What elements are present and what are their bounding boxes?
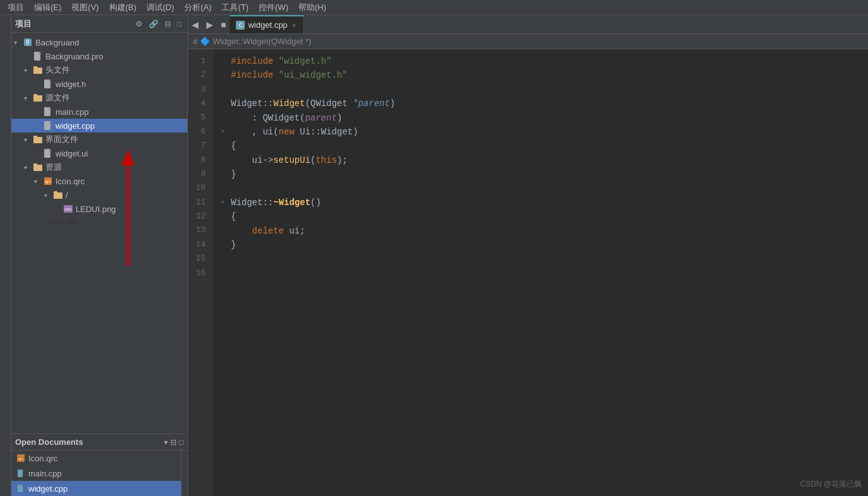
line-number-16: 16	[188, 266, 209, 280]
tree-arrow-slash-folder: ▾	[44, 192, 53, 199]
token-4-3: (	[305, 97, 310, 110]
svg-marker-3	[39, 52, 42, 54]
svg-rect-22	[54, 192, 62, 199]
token-1-0: #include	[231, 54, 273, 68]
file-tree: ▾BBackgruandBackgruand.pro▾头文件widget.h▾源…	[11, 33, 187, 434]
project-panel-title: 项目	[15, 18, 32, 30]
token-11-1: ::	[262, 196, 273, 210]
tree-item-ui-files[interactable]: ▾界面文件	[11, 133, 187, 146]
tree-label-widget-h: widget.h	[56, 80, 86, 89]
menu-view[interactable]: 视图(V)	[66, 0, 103, 15]
tab-nav-stop[interactable]: ■	[217, 15, 230, 33]
svg-marker-13	[49, 121, 52, 124]
code-content[interactable]: #include "widget.h"#include "ui_widget.h…	[213, 49, 868, 496]
open-doc-item-main-cpp-doc[interactable]: main.cpp	[11, 466, 181, 481]
open-docs-split-icon[interactable]: ⊟	[170, 438, 177, 447]
tab-close-btn[interactable]: ×	[291, 21, 297, 30]
token-13-1: delete	[252, 224, 284, 238]
open-docs-scrollbar[interactable]	[181, 451, 187, 496]
token-9-0: }	[231, 167, 236, 181]
code-line-7: {	[221, 139, 860, 153]
line-number-6: 6	[188, 125, 209, 139]
editor-tab-widget-cpp[interactable]: C widget.cpp ×	[230, 15, 304, 33]
token-6-3: Widget	[321, 125, 353, 139]
menu-controls[interactable]: 控件(W)	[254, 0, 293, 15]
filter-icon[interactable]: ⚙	[134, 19, 144, 29]
tree-icon-ledui-png: IMG	[63, 204, 73, 214]
open-docs-list: qrcIcon.qrcmain.cppwidget.cpp	[11, 451, 181, 496]
token-8-3: this	[315, 153, 337, 167]
token-6-4: )	[353, 125, 358, 139]
open-documents-panel: Open Documents ▾ ⊟ □ qrcIcon.qrcmain.cpp…	[11, 434, 187, 496]
tree-icon-backgruand-pro	[33, 51, 43, 61]
menu-edit[interactable]: 编辑(E)	[29, 0, 66, 15]
menu-analyze[interactable]: 分析(A)	[179, 0, 216, 15]
tab-nav-fwd[interactable]: ▶	[202, 15, 217, 33]
tree-item-widget-cpp[interactable]: widget.cpp	[11, 119, 187, 133]
open-doc-item-widget-cpp-doc[interactable]: widget.cpp	[11, 481, 181, 496]
line-number-8: 8	[188, 153, 209, 167]
tree-item-backgruand-root[interactable]: ▾BBackgruand	[11, 35, 187, 49]
token-14-0: }	[231, 238, 236, 252]
tree-icon-main-cpp	[43, 107, 53, 117]
tree-item-backgruand-pro[interactable]: Backgruand.pro	[11, 49, 187, 63]
link-icon[interactable]: 🔗	[147, 19, 160, 29]
svg-rect-30	[18, 469, 23, 477]
open-docs-header-actions: ▾ ⊟ □	[164, 438, 184, 447]
code-line-3	[221, 83, 860, 97]
fold-arrow-6[interactable]: ▾	[221, 127, 231, 137]
svg-text:IMG: IMG	[64, 208, 72, 211]
tree-item-source-files[interactable]: ▾源文件	[11, 91, 187, 105]
breadcrumb-text: Widget::Widget(QWidget *)	[213, 37, 311, 46]
menu-help[interactable]: 帮助(H)	[293, 0, 331, 15]
tree-item-main-cpp[interactable]: main.cpp	[11, 105, 187, 119]
maximize-icon[interactable]: □	[175, 19, 184, 29]
line-number-7: 7	[188, 139, 209, 153]
line-number-4: 4	[188, 97, 209, 110]
open-docs-menu-icon[interactable]: ▾	[164, 438, 168, 447]
token-8-0: ui->	[231, 153, 273, 167]
tree-item-ledui-png[interactable]: IMGLEDUI.png	[11, 202, 187, 216]
editor-area: ◀ ▶ ■ C widget.cpp × # 🔷 Widget::Widget(…	[188, 15, 868, 496]
code-line-10	[221, 182, 860, 196]
project-panel-header: 项目 ⚙ 🔗 ⊟ □	[11, 15, 187, 33]
token-5-2: )	[337, 111, 342, 125]
tree-icon-widget-cpp	[43, 121, 53, 131]
tree-item-widget-h[interactable]: widget.h	[11, 77, 187, 91]
tree-arrow-backgruand-root: ▾	[14, 39, 23, 46]
tree-label-header-files: 头文件	[45, 64, 70, 76]
doc-icon-icon-qrc-doc: qrc	[16, 454, 25, 463]
split-horizontal-icon[interactable]: ⊟	[163, 19, 173, 29]
line-number-15: 15	[188, 252, 209, 266]
tree-item-slash-folder[interactable]: ▾/	[11, 188, 187, 202]
tree-item-icon-qrc[interactable]: ▾qrcIcon.qrc	[11, 174, 187, 188]
tree-label-ledui-png: LEDUI.png	[76, 204, 116, 214]
open-docs-maximize-icon[interactable]: □	[179, 438, 184, 447]
tree-arrow-resources: ▾	[24, 164, 33, 171]
tree-label-ui-files: 界面文件	[45, 134, 78, 145]
svg-rect-15	[33, 136, 37, 138]
tree-item-header-files[interactable]: ▾头文件	[11, 63, 187, 77]
tree-label-icon-qrc: Icon.qrc	[56, 177, 85, 186]
line-number-2: 2	[188, 68, 209, 82]
svg-rect-5	[33, 66, 37, 68]
code-line-12: {	[221, 210, 860, 223]
line-number-1: 1	[188, 54, 209, 68]
open-doc-item-icon-qrc-doc[interactable]: qrcIcon.qrc	[11, 451, 181, 466]
fold-arrow-11[interactable]: ▾	[221, 198, 231, 208]
token-4-2: Widget	[273, 97, 305, 110]
tree-item-resources[interactable]: ▾资源	[11, 160, 187, 174]
svg-rect-32	[18, 485, 23, 492]
svg-text:B: B	[26, 40, 30, 45]
tab-nav-back[interactable]: ◀	[188, 15, 202, 33]
left-strip	[0, 15, 11, 496]
watermark: CSDN @花落已飘	[800, 479, 862, 490]
menu-project[interactable]: 项目	[3, 0, 29, 15]
tree-item-widget-ui[interactable]: widget.ui	[11, 146, 187, 160]
menu-tools[interactable]: 工具(T)	[216, 0, 254, 15]
menu-build[interactable]: 构建(B)	[104, 0, 141, 15]
tree-label-backgruand-root: Backgruand	[35, 38, 79, 47]
token-4-5	[348, 97, 353, 110]
menu-debug[interactable]: 调试(D)	[141, 0, 179, 15]
line-number-13: 13	[188, 224, 209, 238]
